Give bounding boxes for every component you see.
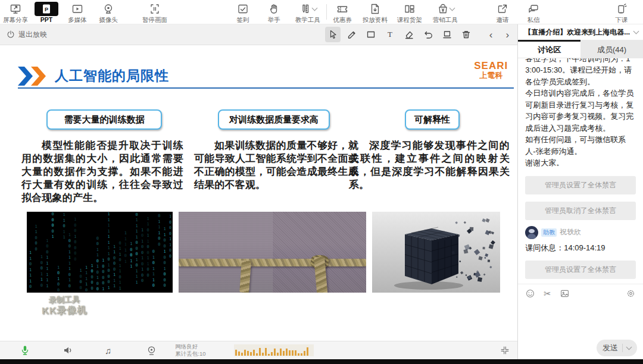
svg-text:0: 0 [124, 253, 127, 258]
svg-text:0: 0 [108, 274, 110, 279]
svg-text:0: 0 [152, 261, 155, 265]
send-options-chevron-icon[interactable] [626, 344, 632, 350]
svg-text:0: 0 [164, 283, 166, 288]
prev-slide-button[interactable]: ‹ [489, 30, 493, 40]
svg-text:1: 1 [118, 252, 121, 257]
svg-text:1: 1 [136, 218, 138, 222]
toolbar-item-end-class[interactable]: 下课 [606, 0, 637, 24]
next-slide-button[interactable]: › [506, 30, 510, 40]
heading-box-explainability: 可解释性 [405, 109, 460, 130]
chat-message: 助教祝轶欣课间休息：14:09-14:19 [525, 226, 636, 254]
toolbar-item-coupon[interactable]: 优惠券 [327, 0, 358, 24]
svg-text:1: 1 [130, 264, 132, 269]
chat-message-text: 各位学员，下午培训时间为：13:00-15:30。课程已经开始，请各位学员完成签… [525, 58, 636, 169]
chevron-down-icon [633, 29, 639, 34]
svg-text:1: 1 [146, 216, 149, 221]
svg-text:0: 0 [35, 241, 37, 246]
svg-text:0: 0 [141, 278, 143, 283]
slide-navigation: ‹ › [489, 30, 509, 40]
svg-text:1: 1 [152, 272, 155, 277]
svg-text:1: 1 [164, 227, 166, 231]
toolbar-item-camera[interactable]: 摄像头 [93, 0, 124, 24]
undo-tool[interactable] [420, 27, 436, 42]
toolbar-item-marketing-tools[interactable]: 营销工具 [427, 0, 464, 24]
svg-text:0: 0 [74, 251, 76, 256]
svg-text:1: 1 [158, 231, 160, 236]
svg-text:1: 1 [68, 250, 71, 255]
toolbar-item-invite[interactable]: 邀请 [487, 0, 518, 24]
paragraph-training-data: 模型性能能否提升取决于训练用的数据集的大小，因此通常需要大量的数据作为支撑。如果… [21, 139, 183, 205]
screen-share-icon [10, 2, 21, 15]
screenshot-scissors-icon[interactable]: ✂ [544, 289, 551, 298]
toolbar-item-course-shelf[interactable]: 课程货架 [392, 0, 427, 24]
svg-text:1: 1 [52, 234, 54, 239]
toolbar-item-materials[interactable]: 投放资料 [358, 0, 392, 24]
svg-text:1: 1 [108, 240, 110, 245]
collapse-panel-icon[interactable] [500, 345, 510, 356]
svg-text:0: 0 [164, 278, 166, 283]
toolbar-item-raise-hand[interactable]: 举手 [258, 0, 289, 24]
chat-settings-gear-icon[interactable] [626, 288, 636, 299]
toolbar-item-ppt[interactable]: P PPT [31, 0, 62, 23]
heading-box-training-data: 需要大量的训练数据 [46, 109, 162, 130]
svg-text:0: 0 [169, 231, 171, 236]
svg-text:0: 0 [164, 244, 166, 249]
slide-stage: 人工智能的局限性 SEARI 上電科 需要大量的训练数据 对训练数据质量要求高 … [0, 45, 517, 341]
svg-text:1: 1 [136, 229, 138, 234]
tab-members[interactable]: 成员(44) [580, 40, 643, 58]
emoji-icon[interactable] [525, 288, 535, 299]
svg-text:1: 1 [108, 229, 110, 234]
svg-text:0: 0 [130, 253, 132, 258]
svg-text:1: 1 [118, 246, 121, 251]
svg-text:1: 1 [63, 230, 65, 234]
chat-input[interactable] [518, 302, 643, 337]
pen-tool[interactable] [344, 27, 360, 42]
svg-text:0: 0 [164, 255, 166, 260]
text-tool[interactable]: T [382, 27, 398, 42]
toolbar-item-multimedia[interactable]: 多媒体 [62, 0, 93, 24]
image-upload-icon[interactable] [560, 288, 570, 299]
chat-messages[interactable]: 1助教祝轶欣各位学员，下午培训时间为：13:00-15:30。课程已经开始，请各… [518, 58, 643, 284]
svg-text:0: 0 [40, 283, 43, 288]
tab-discussion[interactable]: 讨论区 [518, 40, 580, 58]
toolbar-item-teaching-tools[interactable]: 教学工具 [289, 0, 326, 24]
toolbar-item-label: 多媒体 [68, 16, 87, 24]
recorder-watermark: 录制工具 KK录像机 [42, 294, 88, 317]
send-row: 发送 [518, 337, 643, 359]
live-title-bar[interactable]: 【直播介绍】欢迎来到上海电器... [518, 24, 643, 40]
shelf-icon [404, 2, 416, 15]
eraser-tool[interactable] [401, 27, 417, 42]
speaker-icon[interactable] [62, 344, 74, 356]
audio-level-meter [234, 344, 314, 356]
toolbar-item-label: 优惠券 [333, 16, 352, 24]
toolbar-item-pause-frame[interactable]: 暂停画面 [137, 0, 173, 24]
system-message: 管理员设置了全体禁言 [525, 261, 636, 279]
toolbar-item-checkin[interactable]: 签到 [227, 0, 258, 24]
rectangle-tool[interactable] [363, 27, 379, 42]
svg-text:0: 0 [118, 258, 121, 262]
top-toolbar: 屏幕分享 P PPT 多媒体 摄像头 暂停画面 [0, 0, 643, 24]
microphone-icon[interactable] [19, 344, 31, 356]
svg-text:1: 1 [169, 237, 171, 241]
send-button[interactable]: 发送 [597, 340, 637, 356]
avatar [525, 226, 538, 239]
svg-text:1: 1 [74, 217, 76, 222]
select-cursor-tool[interactable] [325, 27, 341, 42]
svg-text:1: 1 [141, 267, 143, 272]
camera-status-icon[interactable] [146, 345, 157, 356]
svg-text:0: 0 [68, 284, 71, 288]
sidebar-tabs: 讨论区 成员(44) [518, 40, 643, 58]
svg-text:1: 1 [96, 264, 99, 269]
delete-tool[interactable] [458, 27, 474, 42]
toolbar-item-label: PPT [40, 16, 52, 23]
toolbar-item-label: 下课 [616, 16, 628, 24]
background-music-icon[interactable]: ♫ [105, 346, 111, 356]
svg-text:0: 0 [136, 240, 138, 245]
toolbar-item-private-message[interactable]: 私信 [518, 0, 549, 24]
svg-text:0: 0 [169, 254, 171, 259]
clear-screen-tool[interactable] [439, 27, 455, 42]
exit-presentation-button[interactable]: 退出放映 [6, 30, 47, 40]
toolbar-item-screen-share[interactable]: 屏幕分享 [0, 0, 31, 24]
raise-hand-icon [268, 2, 280, 15]
svg-text:0: 0 [46, 250, 48, 255]
